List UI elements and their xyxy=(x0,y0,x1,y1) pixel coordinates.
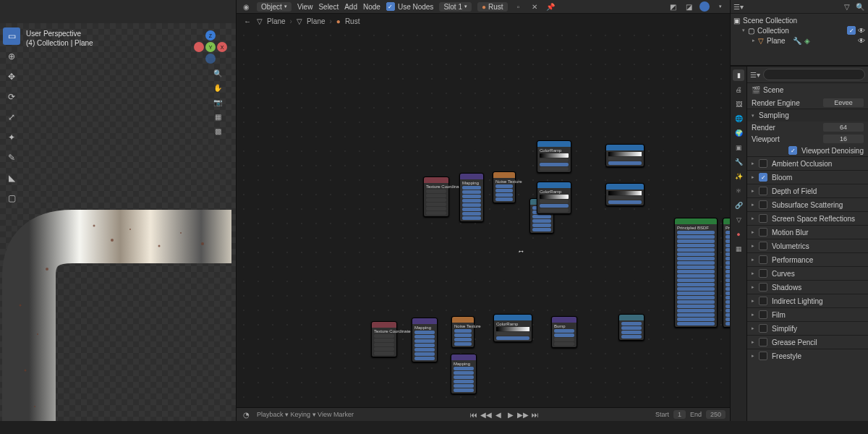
axis-z-neg-icon[interactable] xyxy=(205,54,216,64)
tab-texture[interactable]: ▦ xyxy=(733,243,744,255)
tab-physics[interactable]: ⚛ xyxy=(733,185,744,197)
section-bloom[interactable]: ▸✓Bloom xyxy=(747,170,868,184)
search-icon[interactable]: 🔍 xyxy=(855,1,865,12)
tree-collection[interactable]: ▾▢Collection ✓👁 xyxy=(733,25,865,35)
slot-selector[interactable]: Slot 1 ▾ xyxy=(439,2,472,12)
checkbox-icon[interactable] xyxy=(759,200,767,209)
menu-node[interactable]: Node xyxy=(363,3,380,11)
menu-view[interactable]: View xyxy=(297,3,313,11)
field-value[interactable]: Eevee xyxy=(823,98,864,107)
chevron-down-icon[interactable]: ▾ xyxy=(715,1,726,12)
editor-type-icon[interactable]: ◉ xyxy=(241,1,251,12)
section-film[interactable]: ▸Film xyxy=(747,307,868,321)
section-freestyle[interactable]: ▸Freestyle xyxy=(747,349,868,362)
tab-modifiers[interactable]: 🔧 xyxy=(733,156,744,168)
scale-tool[interactable]: ⤢ xyxy=(3,109,20,126)
checkbox-icon[interactable] xyxy=(759,214,767,223)
node-noise-texture[interactable]: Noise Texture xyxy=(493,171,516,203)
timeline-icon[interactable]: ◔ xyxy=(241,409,251,420)
end-value[interactable]: 250 xyxy=(706,410,726,419)
section-performance[interactable]: ▸Performance xyxy=(747,252,868,266)
node-canvas[interactable]: Texture Coordinate Mapping Noise Texture xyxy=(237,28,730,407)
node-texture-coordinate-2[interactable]: Texture Coordinate xyxy=(371,321,397,357)
section-sampling[interactable]: ▾ Sampling xyxy=(747,109,868,122)
material-selector[interactable]: ● Rust xyxy=(477,2,508,12)
new-material-icon[interactable]: ▫ xyxy=(514,1,524,12)
section-motion-blur[interactable]: ▸Motion Blur xyxy=(747,225,868,239)
play-rev-icon[interactable]: ◀ xyxy=(493,409,503,420)
section-subsurface-scattering[interactable]: ▸Subsurface Scattering xyxy=(747,197,868,211)
unlink-icon[interactable]: ✕ xyxy=(529,1,540,12)
checkbox-icon[interactable]: ✓ xyxy=(847,26,856,35)
overlay-icon[interactable]: ◪ xyxy=(684,1,694,12)
viewport-denoising-toggle[interactable]: ✓ Viewport Denoising xyxy=(747,145,868,156)
node-colorramp-2[interactable]: ColorRamp xyxy=(537,182,571,214)
checkbox-icon[interactable]: ✓ xyxy=(759,173,767,182)
editor-type-icon[interactable]: ☰▾ xyxy=(733,1,744,12)
render-samples-field[interactable]: Render 64 xyxy=(747,122,868,133)
jump-start-icon[interactable]: ⏮ xyxy=(469,409,479,420)
tab-object[interactable]: ▣ xyxy=(733,142,744,153)
grid-icon[interactable]: ▩ xyxy=(213,126,223,136)
crumb-mesh[interactable]: Plane xyxy=(307,17,326,25)
menu-select[interactable]: Select xyxy=(318,3,339,11)
node-colorramp-3[interactable]: ColorRamp xyxy=(493,314,532,342)
pin-icon[interactable]: 📌 xyxy=(545,1,556,12)
tab-render[interactable]: ▮ xyxy=(733,69,744,81)
move-tool[interactable]: ✥ xyxy=(3,68,20,85)
disclosure-icon[interactable]: ▸ xyxy=(752,38,755,43)
checkbox-icon[interactable] xyxy=(759,242,767,250)
checkbox-icon[interactable] xyxy=(759,283,767,292)
disclosure-icon[interactable]: ▾ xyxy=(742,27,745,33)
pan-icon[interactable]: ✋ xyxy=(213,82,223,93)
next-key-icon[interactable]: ▶▶ xyxy=(518,409,528,420)
zoom-icon[interactable]: 🔍 xyxy=(213,68,223,78)
render-engine-field[interactable]: Render Engine Eevee xyxy=(747,97,868,109)
node-mapping-2[interactable]: Mapping xyxy=(412,318,438,362)
filter-icon[interactable]: ▽ xyxy=(842,1,852,12)
checkbox-icon[interactable] xyxy=(759,187,767,195)
tab-particles[interactable]: ✨ xyxy=(733,171,744,182)
shading-mode-icon[interactable] xyxy=(699,1,710,12)
axis-x-icon[interactable] xyxy=(194,42,204,52)
checkbox-icon[interactable] xyxy=(759,159,767,168)
jump-end-icon[interactable]: ⏭ xyxy=(530,409,540,420)
outliner-tree[interactable]: ▣Scene Collection ▾▢Collection ✓👁 ▸▽Plan… xyxy=(731,14,868,47)
node-noise-texture-2[interactable]: Noise Texture xyxy=(451,316,475,348)
section-indirect-lighting[interactable]: ▸Indirect Lighting xyxy=(747,294,868,307)
back-icon[interactable]: ← xyxy=(242,16,252,26)
camera-icon[interactable]: 📷 xyxy=(213,97,223,107)
checkbox-icon[interactable] xyxy=(759,228,767,237)
node-mapping-3[interactable]: Mapping xyxy=(451,354,477,394)
checkbox-icon[interactable] xyxy=(759,324,767,333)
tab-viewlayer[interactable]: 🖼 xyxy=(733,98,744,110)
checkbox-icon[interactable] xyxy=(759,269,767,278)
checkbox-icon[interactable] xyxy=(759,352,767,360)
section-screen-space-reflections[interactable]: ▸Screen Space Reflections xyxy=(747,211,868,225)
section-simplify[interactable]: ▸Simplify xyxy=(747,321,868,335)
start-value[interactable]: 1 xyxy=(673,410,686,419)
field-value[interactable]: 16 xyxy=(823,135,864,143)
pin-icon[interactable]: ☰▾ xyxy=(750,69,760,80)
crumb-object[interactable]: Plane xyxy=(267,17,286,25)
annotate-tool[interactable]: ✎ xyxy=(3,149,20,166)
tab-mesh[interactable]: ▽ xyxy=(733,214,744,226)
persp-icon[interactable]: ▦ xyxy=(213,111,223,122)
checkbox-icon[interactable] xyxy=(759,297,767,305)
section-volumetrics[interactable]: ▸Volumetrics xyxy=(747,239,868,252)
transform-tool[interactable]: ✦ xyxy=(3,129,20,146)
node-texture-coordinate[interactable]: Texture Coordinate xyxy=(423,176,449,217)
section-shadows[interactable]: ▸Shadows xyxy=(747,280,868,294)
section-grease-pencil[interactable]: ▸Grease Pencil xyxy=(747,335,868,349)
checkbox-icon[interactable] xyxy=(759,338,767,346)
timeline-menus[interactable]: Playback ▾ Keying ▾ View Marker xyxy=(257,411,354,418)
use-nodes-toggle[interactable]: ✓ Use Nodes xyxy=(386,2,433,11)
menu-add[interactable]: Add xyxy=(344,3,357,11)
tab-material[interactable]: ● xyxy=(733,229,744,240)
node-principled-bsdf-1[interactable]: Principled BSDF xyxy=(674,218,718,328)
node-mapping[interactable]: Mapping xyxy=(459,173,484,222)
restrict-icon[interactable]: 👁 xyxy=(858,27,865,35)
node-bump[interactable]: Bump xyxy=(551,316,577,348)
node-colorramp-top[interactable] xyxy=(605,144,644,167)
section-curves[interactable]: ▸Curves xyxy=(747,266,868,280)
